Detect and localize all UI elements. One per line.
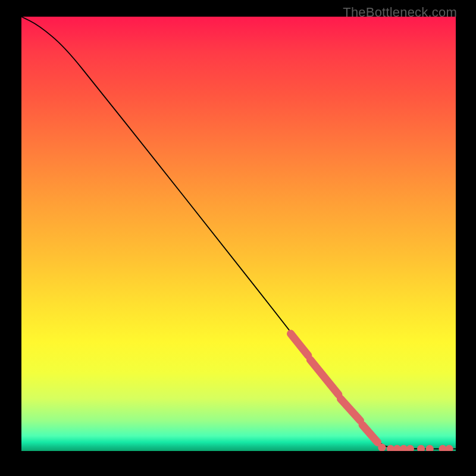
marker-dot (406, 445, 414, 451)
marker-dot (445, 445, 453, 451)
chart-marker-dots (378, 444, 453, 451)
marker-dot (417, 445, 425, 451)
chart-curve (21, 17, 456, 449)
marker-segment (291, 334, 308, 356)
marker-segment (362, 425, 378, 442)
watermark-text: TheBottleneck.com (343, 5, 457, 20)
chart-marker-segments (291, 334, 378, 443)
marker-segment (310, 360, 338, 394)
marker-dot (426, 445, 434, 451)
marker-segment (341, 399, 361, 421)
chart-plot-area (21, 17, 456, 451)
chart-frame: TheBottleneck.com (0, 0, 476, 476)
chart-svg (21, 17, 456, 451)
